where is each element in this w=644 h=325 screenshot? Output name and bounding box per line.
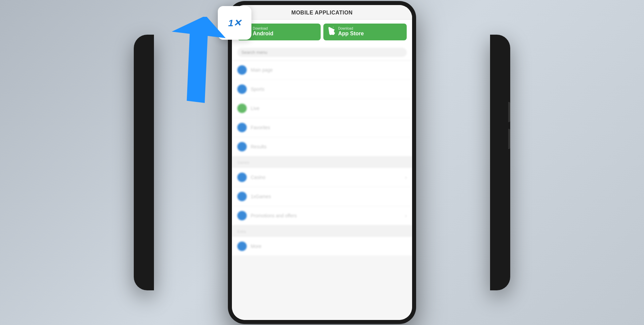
section-divider-games: Games: [232, 156, 412, 168]
menu-item-icon-promotions: [237, 211, 247, 220]
menu-item-icon-more: [237, 242, 247, 251]
menu-item-icon-favorites: [237, 123, 247, 132]
menu-item-label-main: Main page: [251, 67, 407, 73]
menu-item-results[interactable]: Results: [232, 137, 412, 156]
menu-item-label-1xgames: 1xGames: [251, 194, 407, 199]
search-bar-area: Search menu: [232, 44, 412, 61]
menu-item-icon-sports: [237, 84, 247, 94]
section-label-games: Games: [237, 160, 249, 165]
phone-inner: MOBILE APPLICATION Download: [232, 5, 412, 320]
menu-item-icon-live: [237, 104, 247, 113]
menu-item-promotions[interactable]: Promotions and offers ›: [232, 206, 412, 225]
menu-list: Search menu Main page Sports Live: [232, 44, 412, 320]
download-buttons-row: Download Android Download: [232, 20, 412, 44]
phone-main: MOBILE APPLICATION Download: [228, 1, 416, 324]
menu-item-icon-main: [237, 65, 247, 75]
svg-marker-0: [167, 17, 231, 107]
mobile-app-title: MOBILE APPLICATION: [291, 10, 353, 15]
menu-item-more[interactable]: More: [232, 237, 412, 256]
mobile-app-header: MOBILE APPLICATION: [232, 5, 412, 20]
menu-item-label-promotions: Promotions and offers: [251, 213, 401, 218]
menu-item-1xgames[interactable]: 1xGames: [232, 187, 412, 206]
android-btn-text: Download Android: [253, 27, 273, 37]
appstore-download-button[interactable]: Download App Store: [323, 24, 407, 40]
blue-arrow: [157, 17, 231, 111]
menu-item-label-sports: Sports: [251, 86, 407, 92]
menu-item-label-results: Results: [251, 144, 407, 149]
menu-item-label-more: More: [251, 244, 407, 249]
menu-item-casino[interactable]: Casino ›: [232, 168, 412, 187]
menu-item-label-casino: Casino: [251, 175, 401, 180]
screen-content: MOBILE APPLICATION Download: [232, 5, 412, 320]
menu-item-sports[interactable]: Sports: [232, 80, 412, 99]
menu-item-icon-1xgames: [237, 192, 247, 201]
section-divider-extra: Extra: [232, 225, 412, 237]
search-placeholder: Search menu: [241, 50, 267, 55]
menu-item-label-favorites: Favorites: [251, 125, 407, 130]
menu-item-icon-casino: [237, 173, 247, 182]
main-scene: MOBILE APPLICATION Download: [0, 0, 644, 325]
search-bar[interactable]: Search menu: [237, 48, 407, 57]
phone-left: [134, 35, 154, 290]
appstore-btn-text: Download App Store: [338, 27, 364, 37]
menu-item-label-live: Live: [251, 106, 407, 111]
apple-icon: [328, 27, 335, 37]
menu-item-main-page[interactable]: Main page: [232, 61, 412, 80]
section-label-extra: Extra: [237, 229, 246, 233]
chevron-down-icon-promotions: ›: [405, 213, 407, 218]
phone-right: [490, 35, 510, 290]
menu-item-favorites[interactable]: Favorites: [232, 118, 412, 137]
menu-item-icon-results: [237, 142, 247, 151]
chevron-down-icon-casino: ›: [405, 175, 407, 180]
menu-item-live[interactable]: Live: [232, 99, 412, 118]
popup-area: MOBILE APPLICATION Download: [232, 5, 412, 44]
